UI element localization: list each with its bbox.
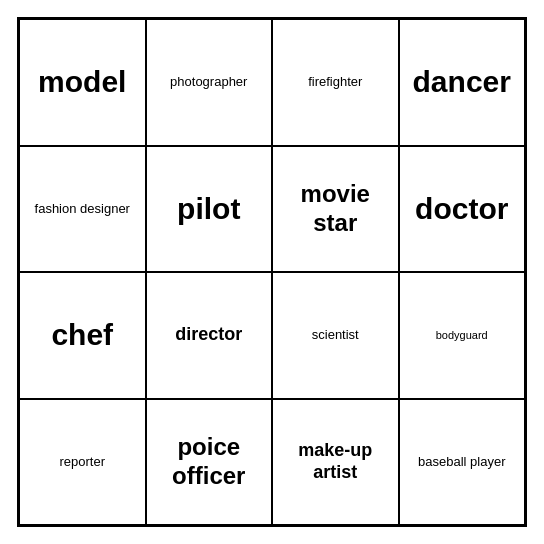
- cell-photographer: photographer: [146, 19, 273, 146]
- cell-bodyguard: bodyguard: [399, 272, 526, 399]
- cell-dancer: dancer: [399, 19, 526, 146]
- cell-chef: chef: [19, 272, 146, 399]
- cell-scientist: scientist: [272, 272, 399, 399]
- cell-baseball-player: baseball player: [399, 399, 526, 526]
- cell-firefighter: firefighter: [272, 19, 399, 146]
- cell-pilot: pilot: [146, 146, 273, 273]
- cell-director: director: [146, 272, 273, 399]
- cell-movie-star: movie star: [272, 146, 399, 273]
- cell-model: model: [19, 19, 146, 146]
- cell-doctor: doctor: [399, 146, 526, 273]
- cell-makeup-artist: make-up artist: [272, 399, 399, 526]
- cell-police-officer: poice officer: [146, 399, 273, 526]
- cell-reporter: reporter: [19, 399, 146, 526]
- bingo-grid: modelphotographerfirefighterdancerfashio…: [17, 17, 527, 527]
- cell-fashion-designer: fashion designer: [19, 146, 146, 273]
